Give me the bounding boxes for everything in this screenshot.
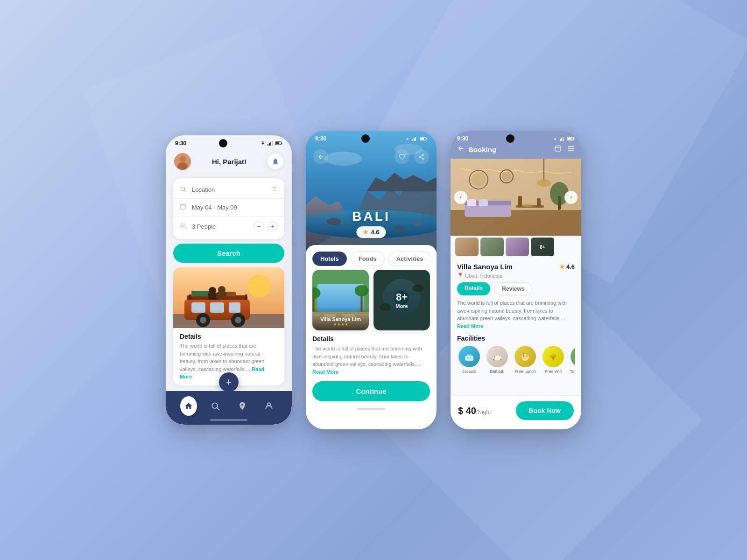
calendar-svg [180,203,186,210]
home-bar-1 [210,419,247,421]
tab-hotels[interactable]: Hotels [312,252,347,266]
filter-svg [271,186,278,192]
villa-card-2[interactable]: 8+ More [374,270,430,330]
home-icon [184,402,193,410]
svg-rect-26 [245,294,247,300]
rating-value-3: 4.6 [566,263,575,270]
svg-rect-30 [210,302,224,313]
svg-rect-2 [270,142,271,146]
favorite-button[interactable] [395,149,409,164]
detail-tabs: Details Reviews [457,282,575,295]
villa-rating: ★ 4.6 [559,263,575,270]
booking-title: Booking [468,146,496,154]
people-icon [180,223,187,231]
svg-point-61 [423,158,424,160]
back-button-3[interactable] [457,145,465,154]
van-illustration [173,267,284,328]
camera-notch-3 [506,134,514,143]
photo-navigation [451,191,581,204]
read-more-3[interactable]: Read More [457,323,483,329]
people-row: 3 People − + [173,217,284,236]
avatar-image [174,153,191,170]
thumbnails-row: 8+ [451,236,581,258]
svg-point-106 [537,179,551,187]
destination-title: BALI [352,209,390,224]
people-svg [180,223,186,229]
next-arrow-icon [569,195,573,200]
nav-home[interactable] [180,398,197,414]
thumbnail-1[interactable] [455,238,479,256]
villa-header: Villa Sanoya Lim ★ 4.6 [457,263,575,271]
status-icons-3 [552,136,575,141]
nav-profile[interactable] [261,398,277,414]
search-button[interactable]: Search [173,244,284,263]
date-label: May 04 - May 09 [192,204,278,211]
svg-rect-5 [282,143,282,144]
facility-free-wifi: Free Wifi [541,346,565,374]
svg-point-71 [355,285,369,296]
more-overlay: 8+ More [374,270,430,330]
status-icons-1 [260,141,282,146]
svg-point-98 [515,170,517,172]
date-row[interactable]: May 04 - May 09 [173,199,284,217]
svg-point-59 [423,154,424,156]
details-tab[interactable]: Details [457,282,490,295]
svg-line-62 [421,157,423,158]
svg-point-58 [414,222,422,226]
rating-badge: ★ 4.6 [356,226,386,238]
menu-header-button[interactable] [567,145,575,154]
reviews-tab[interactable]: Reviews [494,282,532,295]
villa-name-1: Villa Sanoya Lim [316,316,365,322]
status-icons-2 [405,136,427,141]
facility-jacuzzi: Jacuzzi [457,346,481,374]
home-button[interactable] [180,396,197,416]
next-photo-button[interactable] [564,191,578,204]
share-icon [418,154,425,160]
svg-point-60 [419,156,421,158]
increase-button[interactable]: + [268,221,278,231]
tab-activities[interactable]: Activities [388,252,431,266]
book-now-button[interactable]: Book Now [516,401,574,420]
svg-rect-80 [560,139,561,141]
svg-point-104 [502,172,511,181]
svg-rect-6 [275,142,279,144]
signal-icon-3 [560,136,565,141]
location-row[interactable]: Location [173,181,284,199]
calendar-header-button[interactable] [554,145,562,154]
tab-foods[interactable]: Foods [351,252,385,266]
svg-point-100 [557,172,559,174]
thumbnail-3[interactable] [506,238,529,256]
back-button[interactable] [313,149,328,164]
share-button[interactable] [414,149,429,164]
phone-booking: 9:30 [451,131,581,429]
battery-icon-2 [420,136,427,141]
bathtub-svg [492,351,503,362]
facility-tour-around: Tour Around [569,346,575,374]
facilities-list: Jacuzzi Bathtub [457,346,575,376]
card-overlay-1: Villa Sanoya Lim ★★★★ [312,307,369,330]
read-more-2[interactable]: Read More [312,369,338,375]
villa-description: The world is full of places that are bri… [457,299,575,330]
fab-button[interactable]: + [219,372,239,392]
villa-card-1[interactable]: Villa Sanoya Lim ★★★★ [312,270,369,330]
jacuzzi-label: Jacuzzi [462,369,476,374]
continue-button[interactable]: Continue [312,381,430,401]
svg-rect-3 [272,141,273,146]
prev-photo-button[interactable] [454,191,467,204]
filter-icon[interactable] [271,186,278,194]
thumbnail-2[interactable] [480,238,504,256]
nav-location[interactable] [234,398,251,414]
hero-area: 9:30 [306,131,437,252]
status-time-2: 9:30 [315,135,326,142]
thumbnail-4[interactable]: 8+ [531,238,554,256]
phone3-nav: Booking [457,145,575,154]
svg-rect-117 [465,356,473,361]
star-icon-3: ★ [559,263,565,270]
decrease-button[interactable]: − [254,221,264,231]
profile-nav-icon [264,401,274,411]
notification-button[interactable] [268,154,283,169]
location-pin-icon: 📍 [457,273,464,279]
rating-value: 4.6 [371,229,379,236]
svg-rect-48 [420,138,424,140]
nav-search[interactable] [207,398,224,414]
